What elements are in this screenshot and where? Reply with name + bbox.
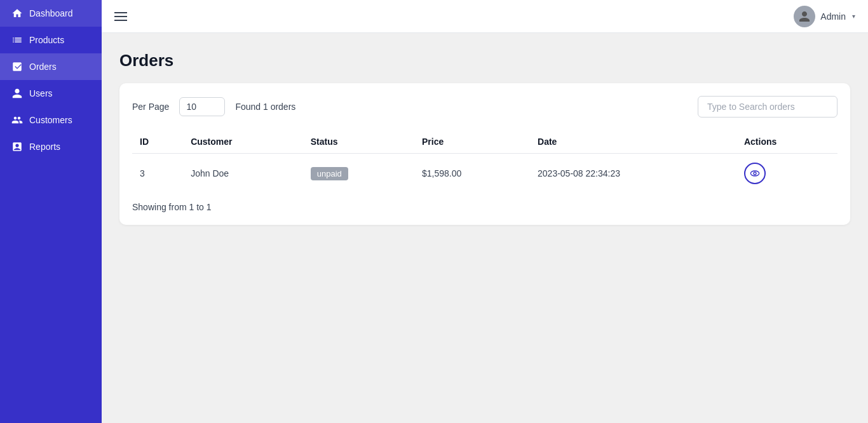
orders-icon bbox=[11, 61, 23, 72]
cell-date: 2023-05-08 22:34:23 bbox=[530, 154, 736, 194]
sidebar: Dashboard Products Orders Users bbox=[0, 0, 102, 423]
products-icon bbox=[11, 34, 23, 46]
orders-card: Per Page Found 1 orders ID Customer Stat… bbox=[119, 83, 850, 225]
svg-point-1 bbox=[754, 172, 756, 175]
reports-icon bbox=[11, 141, 23, 152]
sidebar-label-users: Users bbox=[29, 88, 53, 98]
sidebar-item-users[interactable]: Users bbox=[0, 80, 102, 107]
sidebar-label-orders: Orders bbox=[29, 62, 57, 72]
cell-customer: John Doe bbox=[183, 154, 303, 194]
topbar: Admin ▾ bbox=[102, 0, 868, 33]
found-orders-text: Found 1 orders bbox=[235, 102, 688, 112]
status-badge: unpaid bbox=[311, 167, 348, 180]
sidebar-label-customers: Customers bbox=[29, 115, 72, 125]
sidebar-label-products: Products bbox=[29, 35, 64, 45]
per-page-label: Per Page bbox=[132, 102, 169, 112]
orders-toolbar: Per Page Found 1 orders bbox=[132, 96, 837, 117]
users-icon bbox=[11, 88, 23, 99]
sidebar-item-orders[interactable]: Orders bbox=[0, 53, 102, 80]
chevron-down-icon: ▾ bbox=[852, 13, 855, 20]
main-content: Admin ▾ Orders Per Page Found 1 orders I… bbox=[102, 0, 868, 423]
sidebar-label-reports: Reports bbox=[29, 142, 60, 152]
showing-text: Showing from 1 to 1 bbox=[132, 202, 837, 212]
cell-actions bbox=[736, 154, 837, 194]
customers-icon bbox=[11, 114, 23, 126]
col-header-date: Date bbox=[530, 130, 736, 154]
col-header-actions: Actions bbox=[736, 130, 837, 154]
col-header-price: Price bbox=[414, 130, 530, 154]
per-page-input[interactable] bbox=[179, 97, 225, 116]
orders-table: ID Customer Status Price Date Actions 3 … bbox=[132, 130, 837, 193]
col-header-status: Status bbox=[303, 130, 414, 154]
sidebar-label-dashboard: Dashboard bbox=[29, 8, 73, 18]
cell-price: $1,598.00 bbox=[414, 154, 530, 194]
admin-name: Admin bbox=[820, 11, 846, 22]
sidebar-item-customers[interactable]: Customers bbox=[0, 107, 102, 133]
sidebar-item-dashboard[interactable]: Dashboard bbox=[0, 0, 102, 27]
search-input[interactable] bbox=[698, 96, 837, 117]
col-header-id: ID bbox=[132, 130, 183, 154]
admin-user-menu[interactable]: Admin ▾ bbox=[794, 6, 855, 27]
home-icon bbox=[11, 8, 23, 19]
svg-point-0 bbox=[750, 171, 759, 176]
sidebar-item-products[interactable]: Products bbox=[0, 27, 102, 53]
col-header-customer: Customer bbox=[183, 130, 303, 154]
table-row: 3 John Doe unpaid $1,598.00 2023-05-08 2… bbox=[132, 154, 837, 194]
sidebar-item-reports[interactable]: Reports bbox=[0, 133, 102, 160]
cell-id: 3 bbox=[132, 154, 183, 194]
cell-status: unpaid bbox=[303, 154, 414, 194]
hamburger-button[interactable] bbox=[114, 12, 127, 21]
page-title: Orders bbox=[119, 51, 850, 70]
avatar bbox=[794, 6, 815, 27]
view-button[interactable] bbox=[744, 163, 766, 184]
